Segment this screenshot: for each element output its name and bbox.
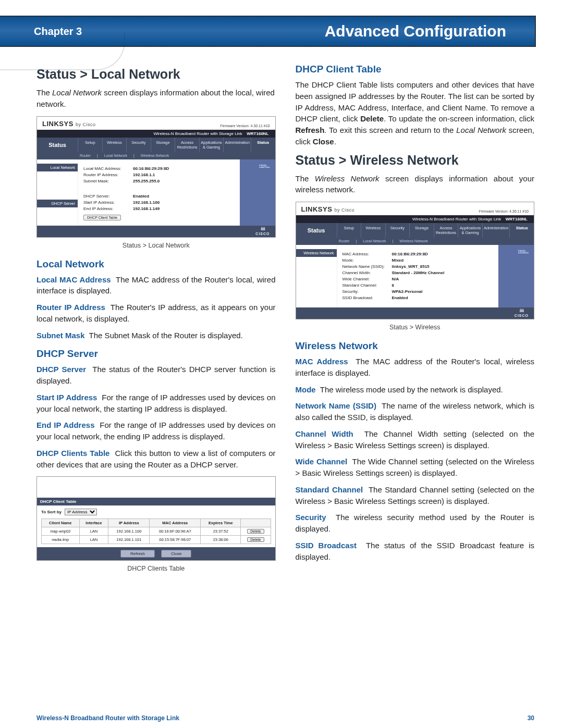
col-action [241,519,271,527]
tab-access-restrictions[interactable]: Access Restrictions [434,223,458,238]
caption-local-network: Status > Local Network [36,242,276,249]
value-wide-channel: N/A [392,277,399,281]
col-client-name: Client Name [42,519,80,527]
value-mac: 00:16:B6:29:29:8D [392,252,428,256]
caption-dhcp-clients-table: DHCP Clients Table [36,565,276,572]
value-ssid: linksys_WRT_8515 [392,264,430,269]
value-router-ip: 192.168.1.1 [133,172,155,177]
def-dhcp-clients-table: DHCP Clients Table Click this button to … [36,448,276,471]
def-security: Security The wireless security method us… [296,512,535,535]
tab-administration[interactable]: Administration [223,138,251,152]
def-end-ip: End IP Address For the range of IP addre… [36,419,276,442]
dhcp-table: Client Name Interface IP Address MAC Add… [41,519,271,544]
tab-administration[interactable]: Administration [482,223,510,238]
tab-setup[interactable]: Setup [337,223,361,238]
status-sidebar-title: Status [37,138,78,152]
label-wide-channel: Wide Channel: [342,277,392,281]
label-ssid-broadcast: SSID Broadcast: [342,295,392,300]
def-wide-channel: Wide Channel The Wide Channel setting (s… [296,456,535,479]
def-ssid-broadcast: SSID Broadcast The status of the SSID Br… [296,540,535,563]
footer-page-number: 30 [528,714,534,722]
value-ssid-broadcast: Enabled [392,295,408,300]
header-title: Advanced Configuration [325,22,506,40]
caption-wireless: Status > Wireless [296,324,535,331]
right-column: DHCP Client Table The DHCP Client Table … [296,63,535,582]
label-ssid: Network Name (SSID): [342,264,392,269]
value-mode: Mixed [392,258,404,263]
label-channel-width: Channel Width: [342,270,392,275]
subtab-local-network[interactable]: Local Network [363,239,386,243]
tab-applications-gaming[interactable]: Applications & Gaming [458,223,482,238]
figure-dhcp-clients-table: DHCP Client Table To Sort by IP Address … [36,476,276,561]
subtab-local-network[interactable]: Local Network [104,154,127,157]
label-end-ip: End IP Address: [83,206,133,211]
chapter-label: Chapter 3 [34,26,82,38]
side-label-dhcp-server: DHCP Server [37,200,78,207]
footer-product: Wireless-N Broadband Router with Storage… [36,714,179,722]
heading-wireless-network: Status > Wireless Network [296,153,535,168]
label-start-ip: Start IP Address: [83,200,133,205]
col-ip-address: IP Address [108,519,150,527]
label-mode: Mode: [342,258,392,263]
value-subnet-mask: 255.255.255.0 [133,179,160,183]
table-header-row: Client Name Interface IP Address MAC Add… [42,519,271,527]
tab-applications-gaming[interactable]: Applications & Gaming [199,138,224,152]
label-dhcp-server: DHCP Server: [83,194,133,199]
def-wireless-mac: MAC Address The MAC address of the Route… [296,356,535,379]
def-mode: Mode The wireless mode used by the netwo… [296,384,535,396]
tab-storage[interactable]: Storage [151,138,175,152]
product-name-bar: Wireless-N Broadband Router with Storage… [154,131,242,136]
tab-security[interactable]: Security [126,138,151,152]
local-network-intro: The Local Network screen displays inform… [36,87,276,110]
side-label-wireless-network: Wireless Network [296,249,337,257]
firmware-version: Firmware Version: 4.30.11 #10 [220,124,270,128]
tab-status[interactable]: Status [251,138,275,152]
value-start-ip: 192.168.1.100 [133,200,160,205]
def-ssid: Network Name (SSID) The name of the wire… [296,400,535,423]
left-column: Status > Local Network The Local Network… [36,63,276,582]
dhcp-client-table-button[interactable]: DHCP Client Table [83,215,121,220]
page-footer: Wireless-N Broadband Router with Storage… [36,714,534,722]
tab-status[interactable]: Status [509,223,534,238]
label-standard-channel: Standard Channel: [342,283,392,288]
label-mac: MAC Address: [342,252,392,256]
subhead-dhcp-client-table: DHCP Client Table [296,64,535,75]
page-header: Chapter 3 Advanced Configuration [0,16,536,47]
figure-status-local-network: LINKSYS by Cisco Firmware Version: 4.30.… [36,116,276,238]
value-local-mac: 00:16:B6:29:29:8D [133,166,169,171]
tab-wireless[interactable]: Wireless [361,223,385,238]
def-local-mac: Local MAC Address The MAC address of the… [36,274,276,297]
tab-setup[interactable]: Setup [78,138,102,152]
subhead-local-network: Local Network [36,258,276,270]
label-security: Security: [342,289,392,294]
subhead-wireless-network: Wireless Network [296,340,535,352]
value-channel-width: Standard - 20MHz Channel [392,270,445,275]
sort-select[interactable]: IP Address [65,509,97,515]
subhead-dhcp-server: DHCP Server [36,348,276,360]
close-button[interactable]: Close [161,550,191,558]
refresh-button[interactable]: Refresh [120,550,155,558]
subtab-router[interactable]: Router [339,239,350,243]
heading-local-network: Status > Local Network [36,67,276,82]
col-interface: Interface [79,519,108,527]
model-label: WRT160NL [244,131,271,136]
def-dhcp-server: DHCP Server The status of the Router's D… [36,364,276,387]
tab-security[interactable]: Security [385,223,410,238]
dhcp-table-title: DHCP Client Table [37,498,275,505]
subtab-wireless-network[interactable]: Wireless Network [141,154,169,157]
table-row: map-wnp02LAN192.168.1.10000:16:6F:00:96:… [42,527,271,536]
value-security: WPA2-Personal [392,289,423,294]
delete-button[interactable]: Delete [247,529,264,534]
label-subnet-mask: Subnet Mask: [83,179,133,183]
def-subnet-mask: Subnet Mask The Subnet Mask of the Route… [36,330,276,341]
tab-wireless[interactable]: Wireless [102,138,127,152]
tab-storage[interactable]: Storage [409,223,434,238]
wireless-intro: The Wireless Network screen displays inf… [296,173,535,196]
def-start-ip: Start IP Address For the range of IP add… [36,392,276,415]
subtab-wireless-network[interactable]: Wireless Network [399,239,427,243]
firmware-version: Firmware Version: 4.30.11 #10 [479,209,529,213]
subtab-router[interactable]: Router [80,154,91,157]
tab-access-restrictions[interactable]: Access Restrictions [175,138,199,152]
delete-button[interactable]: Delete [247,537,264,542]
def-channel-width: Channel Width The Channel Width setting … [296,428,535,451]
